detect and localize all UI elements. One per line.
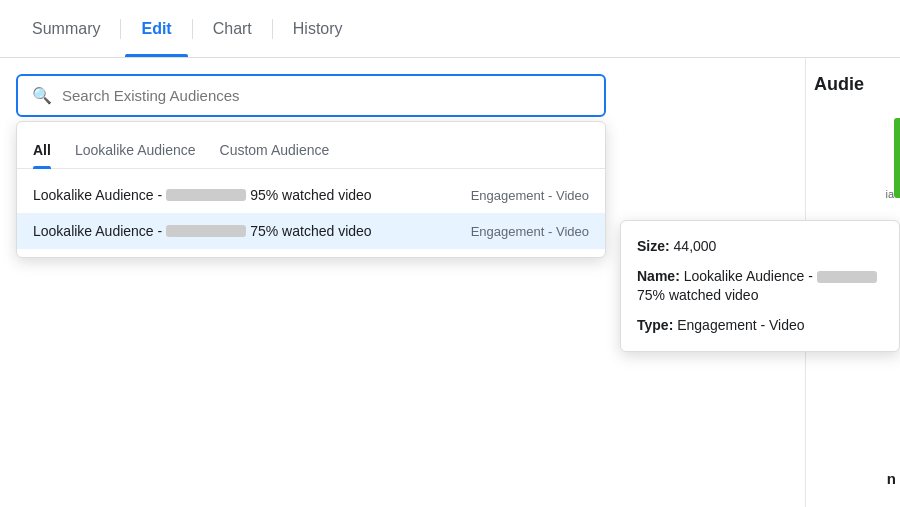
right-panel-title: Audie (814, 74, 892, 95)
audience-name-prefix-1: Lookalike Audience - (33, 187, 162, 203)
audience-row-1[interactable]: Lookalike Audience - 95% watched video E… (17, 177, 605, 213)
audience-name-suffix-2: 75% watched video (250, 223, 371, 239)
audience-dropdown: All Lookalike Audience Custom Audience L… (16, 121, 606, 258)
filter-tab-all[interactable]: All (33, 134, 51, 168)
right-panel-content: Audie (806, 58, 900, 111)
info-name-blurred (817, 271, 877, 283)
info-type-row: Type: Engagement - Video (637, 316, 883, 336)
audience-type-2: Engagement - Video (471, 224, 589, 239)
audience-name-blurred-1 (166, 189, 246, 201)
nav-separator-2 (192, 19, 193, 39)
nav-separator-3 (272, 19, 273, 39)
tab-history[interactable]: History (277, 2, 359, 56)
info-name-label: Name: (637, 268, 680, 284)
left-panel: 🔍 All Lookalike Audience Custom Audience… (16, 74, 606, 258)
search-input[interactable] (62, 87, 590, 104)
nav-separator-1 (120, 19, 121, 39)
info-type-label: Type: (637, 317, 673, 333)
audience-type-1: Engagement - Video (471, 188, 589, 203)
search-container[interactable]: 🔍 (16, 74, 606, 117)
audience-name-suffix-1: 95% watched video (250, 187, 371, 203)
info-size-row: Size: 44,000 (637, 237, 883, 257)
tab-chart[interactable]: Chart (197, 2, 268, 56)
info-size-label: Size: (637, 238, 670, 254)
search-icon: 🔍 (32, 86, 52, 105)
audience-name-blurred-2 (166, 225, 246, 237)
info-size-value-text: 44,000 (674, 238, 717, 254)
right-bottom-label: n (887, 470, 896, 487)
tab-summary[interactable]: Summary (16, 2, 116, 56)
audience-name-prefix-2: Lookalike Audience - (33, 223, 162, 239)
info-type-value-text: Engagement - Video (677, 317, 804, 333)
filter-tabs: All Lookalike Audience Custom Audience (17, 122, 605, 169)
audience-name-1: Lookalike Audience - 95% watched video (33, 187, 463, 203)
audience-list: Lookalike Audience - 95% watched video E… (17, 169, 605, 257)
info-panel: Size: 44,000 Name: Lookalike Audience - … (620, 220, 900, 352)
right-indicator-1: ia (885, 188, 894, 200)
audience-name-2: Lookalike Audience - 75% watched video (33, 223, 463, 239)
filter-tab-custom[interactable]: Custom Audience (220, 134, 330, 168)
filter-tab-lookalike[interactable]: Lookalike Audience (75, 134, 196, 168)
tab-edit[interactable]: Edit (125, 2, 187, 56)
audience-row-2[interactable]: Lookalike Audience - 75% watched video E… (17, 213, 605, 249)
info-name-row: Name: Lookalike Audience - 75% watched v… (637, 267, 883, 306)
green-accent-bar (894, 118, 900, 198)
top-navigation: Summary Edit Chart History (0, 0, 900, 58)
